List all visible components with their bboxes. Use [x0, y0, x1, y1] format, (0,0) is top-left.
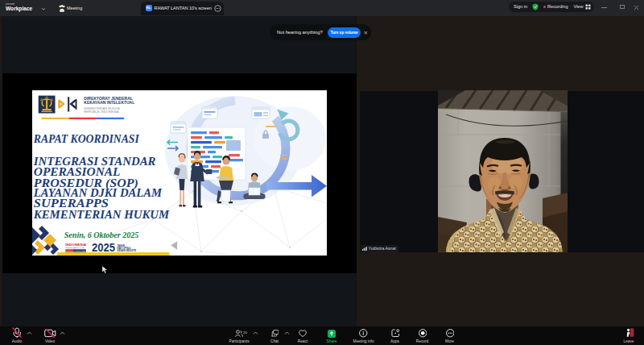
svg-text:REPUBLIK INDONESIA: REPUBLIK INDONESIA	[84, 110, 118, 114]
svg-text:THN KI: THN KI	[66, 249, 72, 251]
svg-text:Senin, 6 Oktober 2025: Senin, 6 Oktober 2025	[64, 230, 138, 239]
svg-text:RAPAT KOORDINASI: RAPAT KOORDINASI	[33, 131, 140, 144]
svg-text:KEKAYAAN INTELEKTUAL: KEKAYAAN INTELEKTUAL	[84, 100, 134, 104]
svg-text:DESAIN INDUSTRI: DESAIN INDUSTRI	[117, 249, 136, 252]
svg-text:NASIONAL 2025: NASIONAL 2025	[73, 249, 85, 251]
svg-text:MENUJU NEGARA MAJU: MENUJU NEGARA MAJU	[65, 247, 85, 248]
svg-text:KEMENTERIAN HUKUM: KEMENTERIAN HUKUM	[32, 206, 169, 220]
svg-text:2025: 2025	[92, 241, 115, 254]
